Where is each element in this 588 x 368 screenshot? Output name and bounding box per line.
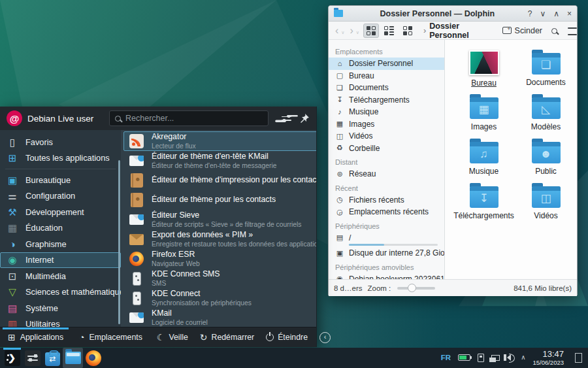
folder-item-bureau[interactable]: Bureau — [453, 49, 515, 93]
zoom-slider[interactable] — [397, 287, 435, 290]
app-item-pim-export[interactable]: Export des données « PIM » Enregistre et… — [123, 229, 316, 249]
folder-item-videos[interactable]: ◫ Vidéos — [515, 182, 577, 227]
app-item-kmail-header-theme[interactable]: Éditeur de thème d'en-tête KMail Éditeur… — [123, 151, 316, 171]
dolphin-titlebar[interactable]: Dossier Personnel — Dolphin ? ∨ ∧ × — [329, 6, 577, 22]
sleep-button[interactable]: ☾ Veille — [157, 333, 188, 342]
sidebar-scrollbar[interactable] — [118, 160, 120, 324]
task-system-settings[interactable] — [22, 348, 42, 368]
network-icon[interactable] — [491, 355, 500, 361]
breadcrumb-location[interactable]: Dossier Personnel — [429, 22, 497, 40]
removable-device-icon[interactable] — [478, 354, 484, 362]
back-button[interactable]: ‹ — [334, 25, 340, 36]
place-item-desktop[interactable]: ▢ Bureau — [329, 70, 444, 82]
help-button[interactable]: ? — [528, 10, 532, 18]
folder-item-modeles[interactable]: ◺ Modèles — [515, 93, 577, 138]
keyboard-layout-indicator[interactable]: FR — [441, 354, 451, 361]
app-item-contact-print-theme[interactable]: Éditeur de thème d'impression pour les c… — [123, 171, 316, 190]
icons-view-button[interactable] — [363, 24, 379, 38]
app-list: Akregator Lecteur de flux Éditeur de thè… — [121, 130, 316, 327]
configure-filter-icon[interactable] — [282, 115, 291, 122]
user-avatar[interactable]: @ — [7, 110, 22, 126]
place-item-recent-locations[interactable]: ◶ Emplacements récents — [329, 206, 444, 218]
folder-videos-icon: ◫ — [532, 186, 561, 208]
application-launcher-button[interactable]: ❯ — [2, 348, 22, 368]
task-firefox[interactable] — [83, 348, 103, 368]
place-item-images[interactable]: ▦ Images — [329, 118, 444, 131]
task-discover[interactable]: ⇄ — [42, 348, 63, 368]
app-item-kmail[interactable]: KMail Logiciel de courriel — [123, 308, 316, 327]
sidebar-item-toutes-les-applications[interactable]: ⊞ Toutes les applications — [0, 150, 121, 167]
place-item-videos[interactable]: ◫ Vidéos — [329, 130, 444, 142]
zoom-slider-handle[interactable] — [408, 284, 416, 292]
restart-button[interactable]: ↻ Redémarrer — [200, 333, 254, 342]
place-item-network[interactable]: ⊚ Réseau — [329, 168, 444, 180]
maximize-button[interactable]: ∧ — [553, 10, 559, 18]
folder-label: Documents — [526, 78, 566, 87]
app-item-sieve-editor[interactable]: Éditeur Sieve Éditeur de scripts « Sieve… — [123, 210, 316, 229]
folder-images-icon: ▦ — [470, 97, 498, 119]
action-label: Veille — [169, 333, 188, 342]
place-item-recent-files[interactable]: ◷ Fichiers récents — [329, 194, 444, 207]
folder-item-documents[interactable]: ❏ Documents — [515, 49, 577, 93]
app-item-akregator[interactable]: Akregator Lecteur de flux — [123, 131, 316, 151]
sidebar-item-sciences[interactable]: ▽ Sciences et mathématiques — [0, 284, 121, 301]
battery-icon[interactable] — [458, 354, 470, 361]
place-label: Debian bookworm 20230610-0… — [349, 275, 445, 279]
place-item-home[interactable]: ⌂ Dossier Personnel — [329, 58, 444, 70]
folder-item-musique[interactable]: ♫ Musique — [453, 138, 515, 182]
hamburger-menu-button[interactable] — [564, 28, 572, 33]
sidebar-item-configuration[interactable]: ⚌ Configuration — [0, 188, 121, 205]
back-history-caret[interactable]: ∨ — [341, 30, 344, 35]
forward-history-caret[interactable]: ∨ — [356, 30, 359, 35]
app-item-kdeconnect[interactable]: KDE Connect Synchronisation de périphéri… — [123, 288, 316, 308]
sidebar-item-multimedia[interactable]: ⊡ Multimédia — [0, 268, 121, 284]
details-view-button[interactable] — [382, 24, 397, 38]
show-desktop-button[interactable] — [575, 353, 582, 363]
image-icon: ▦ — [335, 120, 344, 128]
shutdown-button[interactable]: Éteindre — [266, 333, 308, 342]
app-description: Éditeur de scripts « Sieve » de filtrage… — [152, 221, 302, 229]
app-item-firefox-esr[interactable]: Firefox ESR Navigateur Web — [123, 249, 316, 269]
tab-applications[interactable]: ⊞ Applications — [7, 327, 65, 348]
folder-item-public[interactable]: ☻ Public — [515, 138, 577, 182]
place-item-documents[interactable]: ❏ Documents — [329, 82, 444, 94]
place-item-root[interactable]: ▤ / — [329, 232, 444, 244]
place-item-trash[interactable]: ♻ Corbeille — [329, 142, 444, 155]
app-item-kdeconnect-sms[interactable]: KDE Connect SMS SMS — [123, 269, 316, 288]
search-input[interactable]: Rechercher... — [109, 110, 269, 126]
place-item-music[interactable]: ♪ Musique — [329, 106, 444, 118]
folder-item-images[interactable]: ▦ Images — [453, 93, 515, 138]
public-emblem-icon: ☻ — [540, 148, 552, 159]
session-overflow-button[interactable]: ‹ — [319, 332, 331, 343]
pin-icon[interactable] — [299, 113, 310, 124]
sidebar-item-bureautique[interactable]: ▣ Bureautique — [0, 172, 121, 188]
harddisk-icon: ▣ — [335, 249, 344, 258]
sidebar-item-systeme[interactable]: ▤ Système — [0, 300, 121, 316]
close-button[interactable]: × — [567, 10, 572, 18]
search-button[interactable] — [547, 22, 561, 39]
forward-button[interactable]: › — [348, 25, 354, 36]
restart-arrow-icon: ↻ — [200, 333, 208, 342]
tree-view-button[interactable] — [400, 24, 416, 38]
split-view-button[interactable]: Scinder — [500, 25, 545, 37]
digital-clock[interactable]: 13:47 15/06/2023 — [532, 350, 564, 367]
place-item-downloads[interactable]: ↧ Téléchargements — [329, 94, 444, 107]
place-item-harddisk[interactable]: ▣ Disque dur interne 27,8 Gio (sda1) — [329, 247, 444, 259]
tray-expander-chevron-icon[interactable]: ∧ — [521, 354, 525, 361]
folder-item-telechargements[interactable]: ↧ Téléchargements — [453, 182, 515, 227]
tab-emplacements[interactable]: ◔ Emplacements — [78, 327, 144, 348]
sidebar-item-developpement[interactable]: ⚒ Développement — [0, 204, 121, 220]
task-dolphin[interactable] — [63, 348, 83, 368]
app-item-contact-theme[interactable]: Éditeur de thème pour les contacts — [123, 190, 316, 210]
volume-icon[interactable] — [507, 354, 511, 361]
split-view-icon — [502, 27, 512, 34]
minimize-button[interactable]: ∨ — [540, 10, 546, 18]
multimedia-category-icon: ⊡ — [6, 271, 19, 281]
breadcrumb[interactable]: › Dossier Personnel — [423, 22, 497, 40]
sidebar-item-internet[interactable]: ◉ Internet — [0, 252, 121, 269]
sidebar-item-graphisme[interactable]: ◑ Graphisme — [0, 236, 121, 252]
sidebar-item-education[interactable]: ▦ Éducation — [0, 220, 121, 237]
sidebar-item-favoris[interactable]: ▯ Favoris — [0, 134, 121, 150]
place-item-removable-disc[interactable]: ◉ Debian bookworm 20230610-0… ▲ — [329, 273, 444, 280]
sidebar-item-utilitaires[interactable]: ▥ Utilitaires — [0, 316, 121, 327]
